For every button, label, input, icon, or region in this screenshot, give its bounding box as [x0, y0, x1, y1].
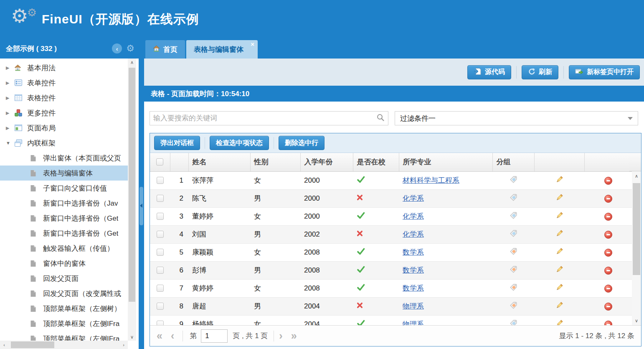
source-code-button[interactable]: 源代码: [467, 65, 511, 79]
chevron-down-icon[interactable]: ▼: [6, 140, 14, 145]
scroll-down-icon[interactable]: ∨: [632, 317, 641, 324]
delete-icon[interactable]: [604, 303, 612, 311]
edit-pencil-icon[interactable]: [555, 195, 563, 203]
major-link[interactable]: 化学系: [403, 194, 424, 202]
sidebar-horizontal-scrollbar[interactable]: ‹ ›: [0, 341, 128, 349]
edit-pencil-icon[interactable]: [555, 267, 563, 275]
last-page-icon[interactable]: »: [291, 331, 297, 341]
major-link[interactable]: 数学系: [403, 266, 424, 274]
major-link[interactable]: 数学系: [403, 284, 424, 292]
first-page-icon[interactable]: «: [157, 331, 162, 341]
table-row[interactable]: 3董婷婷女2000化学系: [150, 207, 632, 225]
delete-icon[interactable]: [604, 249, 612, 257]
row-checkbox[interactable]: [157, 195, 164, 202]
filter-dropdown[interactable]: 过滤条件一: [395, 111, 638, 125]
open-new-tab-button[interactable]: 新标签页中打开: [569, 65, 640, 79]
splitter-collapse-handle[interactable]: [139, 187, 143, 225]
sidebar-item[interactable]: 新窗口中选择省份（Jav: [0, 196, 128, 211]
row-checkbox[interactable]: [157, 321, 164, 325]
major-link[interactable]: 材料科学与工程系: [403, 176, 459, 184]
edit-pencil-icon[interactable]: [555, 177, 563, 185]
edit-pencil-icon[interactable]: [555, 303, 563, 311]
row-checkbox[interactable]: [157, 303, 164, 310]
delete-icon[interactable]: [604, 231, 612, 239]
chevron-right-icon[interactable]: ▶: [6, 95, 14, 101]
delete-selected-button[interactable]: 删除选中行: [279, 136, 325, 150]
sidebar-item[interactable]: 新窗口中选择省份（Get: [0, 211, 128, 226]
gear-icon[interactable]: ⚙: [126, 44, 134, 53]
table-row[interactable]: 2陈飞男2000化学系: [150, 189, 632, 207]
sidebar-item[interactable]: 窗体中的窗体: [0, 256, 128, 271]
delete-icon[interactable]: [604, 321, 612, 326]
chevron-right-icon[interactable]: ▶: [6, 110, 14, 116]
major-link[interactable]: 物理系: [403, 302, 424, 310]
sidebar-item[interactable]: ▶页面布局: [0, 120, 128, 135]
sidebar-vertical-scrollbar[interactable]: ∧ ∨: [128, 59, 136, 341]
select-all-checkbox[interactable]: [156, 158, 163, 166]
check-selected-button[interactable]: 检查选中项状态: [210, 136, 269, 150]
row-checkbox[interactable]: [157, 249, 164, 256]
edit-pencil-icon[interactable]: [555, 249, 563, 257]
grid-vertical-scrollbar[interactable]: ∧ ∨: [632, 171, 641, 325]
chevron-right-icon[interactable]: ▶: [6, 80, 14, 86]
scrollbar-thumb[interactable]: [633, 183, 640, 275]
sidebar-item[interactable]: 子窗口向父窗口传值: [0, 181, 128, 196]
edit-pencil-icon[interactable]: [555, 231, 563, 239]
scroll-down-icon[interactable]: ∨: [128, 333, 136, 341]
splitter[interactable]: [139, 38, 144, 349]
chevron-right-icon[interactable]: ▶: [6, 65, 14, 71]
major-link[interactable]: 物理系: [403, 320, 424, 325]
sidebar-item[interactable]: 弹出窗体（本页面或父页: [0, 150, 128, 166]
edit-pencil-icon[interactable]: [555, 321, 563, 326]
delete-icon[interactable]: [604, 177, 612, 185]
delete-icon[interactable]: [604, 267, 612, 275]
scrollbar-thumb[interactable]: [129, 68, 135, 302]
table-row[interactable]: 9杨婷婷女2004物理系: [150, 315, 632, 325]
search-input[interactable]: [153, 114, 376, 122]
sidebar-item[interactable]: 新窗口中选择省份（Get: [0, 226, 128, 241]
close-icon[interactable]: ×: [251, 41, 254, 48]
sidebar-item-selected[interactable]: 表格与编辑窗体: [0, 166, 128, 181]
sidebar-item[interactable]: 顶部菜单框架（左侧IFra: [0, 331, 128, 341]
open-dialog-button[interactable]: 弹出对话框: [154, 136, 200, 150]
table-row[interactable]: 4刘国男2002化学系: [150, 225, 632, 243]
table-row[interactable]: 5康颖颖女2008数学系: [150, 243, 632, 261]
row-checkbox[interactable]: [157, 177, 164, 184]
sidebar-item[interactable]: ▼内联框架: [0, 135, 128, 150]
sidebar-item[interactable]: 回发父页面（改变属性或: [0, 286, 128, 301]
row-checkbox[interactable]: [157, 231, 164, 238]
sidebar-item[interactable]: 顶部菜单框架（左侧树）: [0, 301, 128, 316]
row-checkbox[interactable]: [157, 285, 164, 292]
sidebar-item[interactable]: 回发父页面: [0, 271, 128, 286]
row-checkbox[interactable]: [157, 267, 164, 274]
delete-icon[interactable]: [604, 285, 612, 293]
tab-grid-edit-window[interactable]: 表格与编辑窗体 ×: [186, 40, 258, 59]
page-number-input[interactable]: [201, 329, 228, 343]
scroll-left-icon[interactable]: ‹: [0, 341, 8, 349]
major-link[interactable]: 化学系: [403, 212, 424, 220]
next-page-icon[interactable]: ›: [279, 331, 282, 341]
sidebar-collapse-icon[interactable]: ‹: [112, 43, 122, 53]
search-icon[interactable]: [376, 113, 385, 123]
table-row[interactable]: 6彭博男2008数学系: [150, 261, 632, 279]
sidebar-item[interactable]: 顶部菜单框架（左侧IFra: [0, 316, 128, 331]
prev-page-icon[interactable]: ‹: [171, 331, 174, 341]
tab-home[interactable]: 首页: [145, 40, 185, 59]
sidebar-item[interactable]: ▶表格控件: [0, 90, 128, 105]
edit-pencil-icon[interactable]: [555, 213, 563, 221]
scroll-up-icon[interactable]: ∧: [128, 59, 136, 66]
edit-pencil-icon[interactable]: [555, 285, 563, 293]
major-link[interactable]: 化学系: [403, 230, 424, 238]
sidebar-item[interactable]: ▶基本用法: [0, 60, 128, 75]
refresh-button[interactable]: 刷新: [522, 65, 558, 79]
scroll-up-icon[interactable]: ∧: [632, 172, 641, 180]
table-row[interactable]: 8唐超男2004物理系: [150, 297, 632, 315]
table-row[interactable]: 1张萍萍女2000材料科学与工程系: [150, 171, 632, 189]
delete-icon[interactable]: [604, 195, 612, 203]
scroll-right-icon[interactable]: ›: [119, 341, 128, 349]
sidebar-item[interactable]: ▶更多控件: [0, 105, 128, 120]
scrollbar-thumb[interactable]: [11, 341, 54, 348]
major-link[interactable]: 数学系: [403, 248, 424, 256]
delete-icon[interactable]: [604, 213, 612, 221]
chevron-right-icon[interactable]: ▶: [6, 125, 14, 131]
